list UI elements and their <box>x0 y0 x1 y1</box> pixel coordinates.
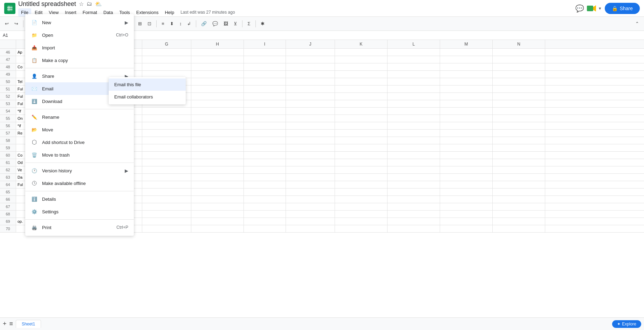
cell[interactable] <box>388 188 440 195</box>
menu-trash[interactable]: 🗑️ Move to trash <box>25 149 134 161</box>
menu-new[interactable]: 📄 New ▶ <box>25 16 134 29</box>
cell[interactable] <box>388 203 440 210</box>
cell[interactable] <box>244 93 286 100</box>
cell[interactable] <box>142 130 191 137</box>
cell[interactable] <box>286 71 335 78</box>
cell[interactable] <box>244 108 286 115</box>
cell[interactable] <box>286 85 335 92</box>
cell[interactable] <box>244 144 286 151</box>
cell[interactable] <box>335 159 388 166</box>
cell[interactable] <box>440 78 493 85</box>
cell[interactable] <box>244 218 286 225</box>
cell[interactable] <box>191 203 244 210</box>
cell[interactable] <box>493 108 545 115</box>
menu-details[interactable]: ℹ️ Details <box>25 193 134 205</box>
sheet-list-button[interactable]: ≡ <box>9 320 13 328</box>
cell[interactable] <box>244 203 286 210</box>
cell[interactable] <box>142 203 191 210</box>
cell[interactable] <box>388 137 440 144</box>
cell[interactable] <box>440 85 493 92</box>
rotate-button[interactable]: ↕ <box>177 20 184 28</box>
cell[interactable] <box>335 78 388 85</box>
cell[interactable] <box>244 211 286 218</box>
cell[interactable] <box>191 188 244 195</box>
cell[interactable] <box>191 78 244 85</box>
cell[interactable] <box>493 115 545 122</box>
cell[interactable] <box>388 115 440 122</box>
cell[interactable] <box>440 196 493 203</box>
doc-title[interactable]: Untitled spreadsheet <box>18 0 76 8</box>
cell[interactable] <box>335 49 388 56</box>
cell[interactable] <box>286 196 335 203</box>
cell[interactable] <box>286 218 335 225</box>
cell[interactable] <box>191 63 244 70</box>
cell[interactable] <box>335 137 388 144</box>
cell[interactable] <box>191 181 244 188</box>
cell[interactable] <box>244 49 286 56</box>
cell[interactable] <box>191 93 244 100</box>
cell[interactable] <box>440 225 493 232</box>
cell[interactable] <box>493 181 545 188</box>
cell[interactable] <box>142 56 191 63</box>
cell[interactable] <box>142 49 191 56</box>
cell[interactable] <box>244 71 286 78</box>
cell[interactable] <box>244 196 286 203</box>
cell[interactable] <box>244 174 286 181</box>
menu-offline[interactable]: Make available offline <box>25 177 134 190</box>
cell[interactable] <box>335 122 388 129</box>
cell[interactable] <box>493 130 545 137</box>
cell[interactable] <box>388 152 440 159</box>
cell-reference[interactable]: A1 <box>0 33 28 38</box>
cell[interactable] <box>440 159 493 166</box>
redo-button[interactable]: ↪ <box>12 20 20 28</box>
cell[interactable] <box>142 71 191 78</box>
cell[interactable] <box>388 49 440 56</box>
cloud-icon[interactable]: ⛅ <box>95 1 102 7</box>
cell[interactable] <box>142 63 191 70</box>
cell[interactable] <box>493 122 545 129</box>
cell[interactable] <box>286 188 335 195</box>
cell[interactable] <box>142 211 191 218</box>
cell[interactable] <box>388 225 440 232</box>
col-header-k[interactable]: K <box>335 40 388 48</box>
cell[interactable] <box>244 181 286 188</box>
cell[interactable] <box>286 159 335 166</box>
cell[interactable] <box>388 218 440 225</box>
star-icon[interactable]: ☆ <box>79 1 84 7</box>
cell[interactable] <box>335 203 388 210</box>
cell[interactable] <box>286 122 335 129</box>
cell[interactable] <box>191 196 244 203</box>
menu-move[interactable]: 📂 Move <box>25 123 134 136</box>
cell[interactable] <box>388 122 440 129</box>
cell[interactable] <box>335 188 388 195</box>
cell[interactable] <box>286 63 335 70</box>
cell[interactable] <box>142 152 191 159</box>
menu-settings[interactable]: ⚙️ Settings <box>25 205 134 218</box>
menu-import[interactable]: 📥 Import <box>25 41 134 54</box>
cell[interactable] <box>142 166 191 173</box>
link-button[interactable]: 🔗 <box>199 20 209 28</box>
cell[interactable] <box>191 137 244 144</box>
explore-button[interactable]: ✦ Explore <box>612 320 641 328</box>
cell[interactable] <box>286 108 335 115</box>
cell[interactable] <box>493 144 545 151</box>
cell[interactable] <box>493 49 545 56</box>
cell[interactable] <box>440 166 493 173</box>
cell[interactable] <box>335 218 388 225</box>
comment-button[interactable]: 💬 <box>210 20 220 28</box>
filter-button[interactable]: ⊻ <box>232 20 239 28</box>
menu-add-shortcut[interactable]: Add shortcut to Drive <box>25 136 134 149</box>
cell[interactable] <box>142 144 191 151</box>
cell[interactable] <box>244 137 286 144</box>
wrap-button[interactable]: ↲ <box>185 20 193 28</box>
cell[interactable] <box>244 122 286 129</box>
add-sheet-button[interactable]: + <box>3 320 7 328</box>
email-collaborators-item[interactable]: Email collaborators <box>109 91 186 103</box>
cell[interactable] <box>244 115 286 122</box>
cell[interactable] <box>388 211 440 218</box>
cell[interactable] <box>440 211 493 218</box>
valign-button[interactable]: ⬍ <box>168 20 176 28</box>
cell[interactable] <box>191 211 244 218</box>
cell[interactable] <box>440 218 493 225</box>
menu-help[interactable]: Help <box>162 8 177 16</box>
